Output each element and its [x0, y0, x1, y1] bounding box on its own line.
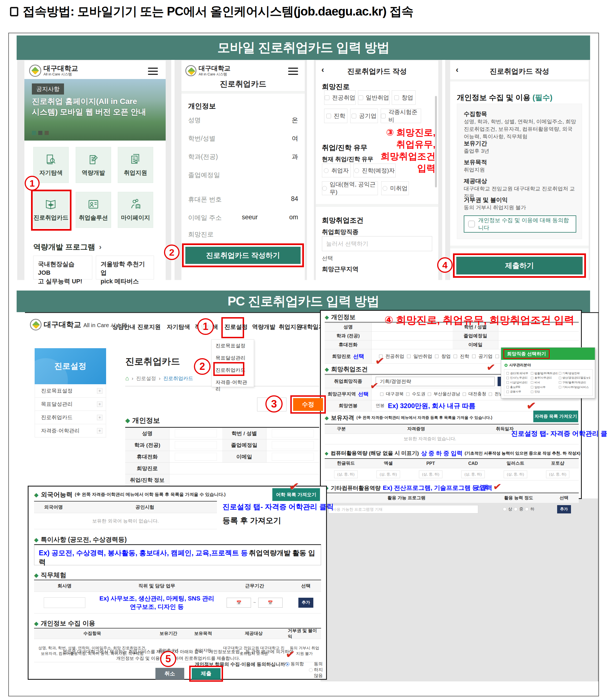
- other-program-input[interactable]: [329, 505, 478, 514]
- sidebar-item-career-card[interactable]: 진로취업카드+: [35, 411, 106, 424]
- skill-level-input[interactable]: (상, 중, 하): [461, 471, 484, 478]
- red-check-icon: ✔: [288, 479, 300, 494]
- popup-option[interactable]: 법률/법무/특허관리: [531, 372, 558, 375]
- breadcrumb-career-setting[interactable]: 진로설정: [136, 375, 156, 382]
- diamond-icon: ◆: [325, 366, 329, 373]
- radio-unemployed[interactable]: 미취업: [381, 181, 409, 195]
- job-experience-table: 회사명 직위 및 담당 업무 근무기간 선택 Ex) 사무보조, 생산관리, 마…: [34, 580, 321, 614]
- popup-option[interactable]: 기획/경영전략: [559, 372, 590, 375]
- option-general-employment[interactable]: 일반취업: [358, 91, 390, 105]
- diamond-icon: ◆: [34, 536, 39, 543]
- hamburger-menu-icon[interactable]: [288, 68, 298, 75]
- plus-icon[interactable]: +: [97, 388, 103, 394]
- program-card-2[interactable]: 겨울방학 추천기업pick 메타버스: [96, 256, 154, 279]
- nav-self-exploration[interactable]: 자기탐색: [167, 323, 190, 331]
- radio-disagree[interactable]: 동의하지 않음: [309, 661, 326, 679]
- radio-employed[interactable]: 취업자: [322, 164, 351, 177]
- other-level-radios[interactable]: 상 중 하: [488, 503, 549, 515]
- highlight-submit-button: 제출하기: [453, 253, 586, 278]
- program-heading[interactable]: 역량개발 프로그램 ›: [33, 242, 102, 252]
- pc-logo[interactable]: 대구대학교 All in Care 시스템: [30, 319, 127, 331]
- dropdown-cert-language[interactable]: 자격증·어학관리: [212, 376, 254, 395]
- option-public-company[interactable]: 공기업: [350, 109, 378, 123]
- radio-military[interactable]: 입대(현역, 공익근무): [322, 181, 378, 195]
- radio-agree[interactable]: 동의함: [286, 661, 304, 667]
- nav-career-support[interactable]: 진로지원: [138, 323, 161, 331]
- consent-checkbox[interactable]: 개인정보 수집 및 이용에 대해 동의합니다: [464, 215, 576, 233]
- date-from-input[interactable]: 📅: [227, 598, 251, 608]
- hero-carousel[interactable]: 공지사항 진로취업 홈페이지(All in Care 시스템) 모바일 웹 버전…: [24, 79, 166, 141]
- edit-button[interactable]: 수정: [293, 398, 323, 411]
- job-category-input[interactable]: [376, 377, 495, 386]
- duty-example-annotation: Ex) 사무보조, 생산관리, 마케팅, SNS 관리 연구보조, 디자인 등: [95, 592, 218, 614]
- field-id-gender-value: 여: [292, 134, 298, 143]
- consent-statement-line1: 본인은 대구대학교에서 제공하는 취업서비스를 제공받고자 아래와 같이 「개인…: [28, 649, 328, 655]
- notes-pencil-icon: [87, 153, 100, 165]
- field-id-gender-label: 학번/성별: [188, 134, 215, 143]
- highlight-submit-button: 제출: [189, 666, 223, 682]
- pc-window-right-border: [598, 313, 599, 681]
- tile-capability-development[interactable]: 역량개발: [76, 147, 111, 183]
- popup-option[interactable]: 경리/회계/세무: [506, 372, 530, 375]
- carousel-dots[interactable]: [32, 131, 49, 135]
- popup-option[interactable]: 기타사무/영업/서비스: [559, 386, 590, 389]
- diamond-icon: ◆: [325, 415, 329, 421]
- popup-option[interactable]: 인턴: [531, 390, 558, 393]
- cancel-button[interactable]: 취소: [155, 668, 184, 679]
- home-icon[interactable]: ⌂: [125, 375, 129, 382]
- plus-icon[interactable]: +: [97, 401, 103, 407]
- company-input[interactable]: [44, 597, 85, 608]
- write-career-card-button[interactable]: 진로취업카드 작성하기: [185, 247, 300, 264]
- popup-option[interactable]: 금융사무: [506, 390, 530, 393]
- fetch-certificates-button[interactable]: 자격증 목록 가져오기: [533, 411, 578, 422]
- skill-level-input[interactable]: (상, 중, 하): [377, 471, 400, 478]
- popup-option[interactable]: 생산/공정관리/품질보증: [559, 377, 590, 380]
- popup-option[interactable]: 홍보/PR: [506, 386, 530, 389]
- popup-option[interactable]: 총무/사무관리: [531, 377, 558, 380]
- diamond-icon: ◆: [125, 417, 130, 424]
- tile-self-exploration[interactable]: 자기탐색: [33, 147, 69, 183]
- skill-level-input[interactable]: (상, 중, 하): [546, 471, 569, 478]
- submit-button[interactable]: 제출: [192, 668, 221, 679]
- option-major-employment[interactable]: 전공취업: [324, 91, 356, 105]
- popup-option[interactable]: 인사/노무관리: [506, 377, 530, 380]
- option-startup[interactable]: 창업: [392, 91, 416, 105]
- plus-icon[interactable]: +: [97, 415, 103, 420]
- nav-career-setting[interactable]: 진로설정: [224, 323, 248, 331]
- skill-level-input[interactable]: (상, 중, 하): [504, 471, 527, 478]
- program-card-1[interactable]: 국내현장실습 JOB고 실무능력 UP!: [33, 256, 92, 279]
- job-category-input[interactable]: [322, 236, 432, 251]
- submit-button[interactable]: 제출하기: [456, 257, 583, 275]
- popup-option[interactable]: 비서: [531, 381, 558, 384]
- tile-employment-support[interactable]: 취업지원: [118, 147, 153, 183]
- screenshot-root: 접속방법: 모바일기기 또는 PC에서 올인케어시스템(job.daegu.ac…: [0, 0, 607, 700]
- sidebar-item-cert-language[interactable]: 자격증·어학관리+: [35, 424, 106, 438]
- plus-icon[interactable]: +: [97, 428, 103, 434]
- popup-option[interactable]: 일반사무: [531, 386, 558, 389]
- diamond-icon: ◆: [325, 451, 328, 456]
- nav-capability[interactable]: 역량개발: [252, 323, 275, 331]
- current-status-heading: 현재 취업/진학 유무: [322, 155, 374, 163]
- add-button[interactable]: 추가: [557, 505, 571, 514]
- job-category-popup: 희망직종 선택하기 사무관리분야 경리/회계/세무 법률/법무/특허관리 기획/…: [501, 347, 595, 398]
- popup-option[interactable]: 시설/설비관리: [506, 381, 530, 384]
- option-exam-preparation[interactable]: 각종시험준비: [381, 109, 421, 123]
- tile-employment-solution[interactable]: 취업솔루션: [76, 192, 111, 228]
- date-to-input[interactable]: 📅: [258, 598, 282, 608]
- hope-condition-heading: ◆ 희망취업조건: [325, 365, 368, 374]
- popup-option[interactable]: 구매/물류/자재관리: [559, 381, 590, 384]
- add-button[interactable]: 추가: [298, 598, 313, 608]
- dropdown-goal-setting[interactable]: 진로목표설정: [212, 340, 254, 352]
- nav-employment-support[interactable]: 취업지원: [279, 323, 302, 331]
- app-logo[interactable]: 대구대학교 All in Care 시스템: [185, 65, 230, 77]
- skill-level-input[interactable]: (상, 중, 하): [419, 471, 442, 478]
- skill-level-input[interactable]: (상, 중, 하): [334, 471, 357, 478]
- hamburger-menu-icon[interactable]: [148, 68, 158, 75]
- app-logo[interactable]: 대구대학교 All in Care 시스템: [29, 65, 78, 77]
- special-note-textarea[interactable]: Ex) 공모전, 수상경력, 봉사활동, 홍보대사, 캠페인, 교육,프로젝트 …: [34, 544, 321, 565]
- breadcrumb-career-card[interactable]: 진로취업카드: [163, 375, 193, 382]
- option-further-study[interactable]: 진학: [324, 109, 348, 123]
- tile-my-page[interactable]: 마이페이지: [118, 192, 153, 228]
- sidebar-item-goal-management[interactable]: 목표달성관리+: [35, 398, 106, 411]
- sidebar-item-goal-setting[interactable]: 진로목표설정+: [35, 384, 106, 398]
